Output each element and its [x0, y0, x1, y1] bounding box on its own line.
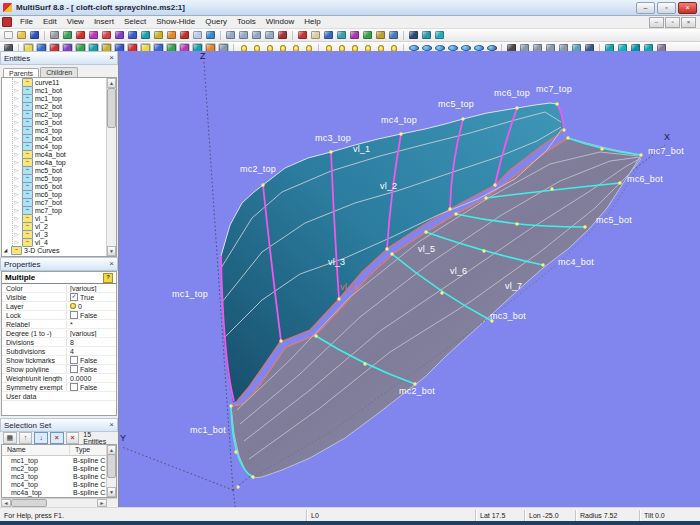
property-value[interactable]: False: [66, 383, 116, 391]
orientation-dialog-icon[interactable]: [348, 30, 361, 41]
selection-row-mc3_top[interactable]: mc3_topB-spline C...: [2, 472, 116, 480]
tree-item-mc7_bot[interactable]: ▷~mc7_bot: [13, 198, 116, 206]
close-button[interactable]: ×: [678, 2, 697, 14]
new-file-icon[interactable]: [2, 30, 15, 41]
label-x[interactable]: X: [664, 132, 670, 142]
property-value[interactable]: 0: [66, 303, 116, 310]
expander-icon[interactable]: ▷: [13, 183, 20, 189]
tree-item-mc1_bot[interactable]: ▷~mc1_bot: [13, 86, 116, 94]
entities-close-icon[interactable]: ×: [109, 54, 114, 62]
minimize-button[interactable]: –: [636, 2, 655, 14]
insert-solid-icon[interactable]: [178, 30, 191, 41]
pointer-select-icon[interactable]: [407, 30, 420, 41]
checkbox-icon[interactable]: [70, 311, 78, 319]
child-minimize-button[interactable]: –: [649, 17, 664, 28]
expander-icon[interactable]: ▷: [13, 191, 20, 197]
label-mc7_bot[interactable]: mc7_bot: [648, 146, 684, 156]
insert-snake-icon[interactable]: [139, 30, 152, 41]
tree-item-3d-curves[interactable]: ◢~3-D Curves: [2, 246, 116, 254]
expander-icon[interactable]: ▷: [13, 79, 20, 85]
label-mc4_top[interactable]: mc4_top: [381, 115, 417, 125]
scroll-up-icon[interactable]: ▲: [107, 78, 116, 88]
tree-item-mc2_top[interactable]: ▷~mc2_top: [13, 110, 116, 118]
menu-show-hide[interactable]: Show-Hide: [151, 17, 200, 26]
selection-row-mc4a_top[interactable]: mc4a_topB-spline C...: [2, 488, 116, 496]
expander-icon[interactable]: ▷: [13, 103, 20, 109]
expander-icon[interactable]: ▷: [13, 239, 20, 245]
expander-icon[interactable]: ▷: [13, 87, 20, 93]
scroll-thumb[interactable]: [11, 499, 47, 507]
child-restore-button[interactable]: ▫: [665, 17, 680, 28]
scroll-left-icon[interactable]: ◄: [1, 499, 11, 507]
view-horizontal-icon[interactable]: [263, 30, 276, 41]
property-value[interactable]: [various]: [66, 330, 116, 337]
scroll-down-icon[interactable]: ▼: [107, 246, 116, 256]
expander-icon[interactable]: ▷: [13, 175, 20, 181]
insert-label-icon[interactable]: [204, 30, 217, 41]
property-row-subdivisions[interactable]: Subdivisions4: [2, 347, 116, 356]
menu-tools[interactable]: Tools: [232, 17, 261, 26]
label-vl_3[interactable]: vl_3: [328, 257, 345, 267]
expander-icon[interactable]: ▷: [13, 215, 20, 221]
property-row-degree-1-to-[interactable]: Degree (1 to -)[various]: [2, 329, 116, 338]
tree-item-mc4a_bot[interactable]: ▷~mc4a_bot: [13, 150, 116, 158]
3d-viewport[interactable]: Zmc2_topmc3_topvl_1mc4_topmc5_topmc6_top…: [119, 51, 700, 507]
insert-curve-icon[interactable]: [126, 30, 139, 41]
property-value[interactable]: False: [66, 356, 116, 364]
insert-ring-icon[interactable]: [113, 30, 126, 41]
menu-insert[interactable]: Insert: [89, 17, 119, 26]
selection-grid-icon[interactable]: ▦: [3, 432, 17, 444]
label-vl_6[interactable]: vl_6: [450, 266, 467, 276]
view-split-icon[interactable]: [237, 30, 250, 41]
label-vl_4[interactable]: vl_4: [340, 282, 357, 292]
tab-children[interactable]: Children: [40, 67, 78, 77]
label-vl_2[interactable]: vl_2: [380, 181, 397, 191]
move-down-icon[interactable]: ↓: [34, 432, 48, 444]
expander-icon[interactable]: ▷: [13, 231, 20, 237]
label-mc4_bot[interactable]: mc4_bot: [558, 257, 594, 267]
tree-item-mc6_bot[interactable]: ▷~mc6_bot: [13, 182, 116, 190]
label-vl_5[interactable]: vl_5: [418, 244, 435, 254]
property-row-user-data[interactable]: User data: [2, 392, 116, 401]
expander-icon[interactable]: ▷: [13, 207, 20, 213]
expander-icon[interactable]: ▷: [13, 199, 20, 205]
expander-icon[interactable]: ▷: [13, 151, 20, 157]
tree-item-mc4a_top[interactable]: ▷~mc4a_top: [13, 158, 116, 166]
save-file-icon[interactable]: [28, 30, 41, 41]
tree-item-mc4_top[interactable]: ▷~mc4_top: [13, 142, 116, 150]
fit-all-icon[interactable]: [361, 30, 374, 41]
entity-list-icon[interactable]: [191, 30, 204, 41]
view-single-icon[interactable]: [224, 30, 237, 41]
property-value[interactable]: 4: [66, 348, 116, 355]
tree-item-mc7_top[interactable]: ▷~mc7_top: [13, 206, 116, 214]
label-mc3_top[interactable]: mc3_top: [315, 133, 351, 143]
selection-scrollbar[interactable]: ▲ ▼: [106, 445, 116, 497]
label-mc2_bot[interactable]: mc2_bot: [399, 386, 435, 396]
label-z[interactable]: Z: [200, 51, 206, 61]
title-bar[interactable]: MultiSurf 8.8 - [ cloft-cloft spraychine…: [0, 0, 700, 16]
expander-icon[interactable]: ▷: [13, 111, 20, 117]
label-mc5_bot[interactable]: mc5_bot: [596, 215, 632, 225]
tree-item-vl_3[interactable]: ▷~vl_3: [13, 230, 116, 238]
property-row-layer[interactable]: Layer0: [2, 302, 116, 311]
scroll-thumb[interactable]: [107, 454, 116, 478]
locate-icon[interactable]: [322, 30, 335, 41]
property-row-visible[interactable]: Visible✓True: [2, 293, 116, 302]
checkbox-icon[interactable]: [70, 383, 78, 391]
tree-item-vl_4[interactable]: ▷~vl_4: [13, 238, 116, 246]
menu-view[interactable]: View: [62, 17, 89, 26]
insert-contour-icon[interactable]: [165, 30, 178, 41]
expander-icon[interactable]: ▷: [13, 143, 20, 149]
property-value[interactable]: [various]: [66, 285, 116, 292]
checkbox-icon[interactable]: [70, 356, 78, 364]
menu-select[interactable]: Select: [119, 17, 151, 26]
property-row-show-tickmarks[interactable]: Show tickmarksFalse: [2, 356, 116, 365]
property-row-weight-unit-length[interactable]: Weight/unit length0.0000: [2, 374, 116, 383]
tree-item-mc2_bot[interactable]: ▷~mc2_bot: [13, 102, 116, 110]
expander-icon[interactable]: ▷: [13, 159, 20, 165]
label-vl_7[interactable]: vl_7: [505, 281, 522, 291]
tree-item-mc1_top[interactable]: ▷~mc1_top: [13, 94, 116, 102]
expander-icon[interactable]: ▷: [13, 223, 20, 229]
label-mc6_top[interactable]: mc6_top: [494, 88, 530, 98]
view-quad-icon[interactable]: [250, 30, 263, 41]
